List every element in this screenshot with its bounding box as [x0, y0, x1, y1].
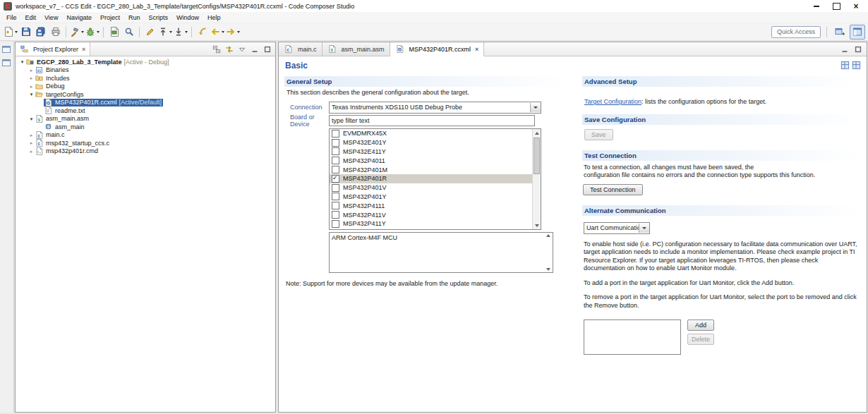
expand-arrow-icon[interactable]: ▸ [28, 74, 35, 83]
scroll-up-icon[interactable] [546, 234, 550, 237]
open-perspective-button[interactable] [833, 25, 847, 39]
collapse-arrow-icon[interactable]: ▾ [19, 58, 25, 66]
device-checkbox[interactable] [332, 211, 339, 219]
dropdown-caret-icon[interactable] [237, 31, 240, 33]
collapse-arrow-icon[interactable]: ▾ [28, 115, 35, 123]
mark-occurrences-button[interactable] [143, 25, 157, 39]
dropdown-caret-icon[interactable] [15, 31, 18, 33]
device-row-msp432e411y[interactable]: MSP432E411Y [330, 147, 533, 157]
delete-port-button[interactable]: Delete [687, 334, 714, 345]
editor-tab-main-c[interactable]: cmain.c [279, 42, 323, 56]
menu-file[interactable]: File [2, 13, 21, 22]
minimize-button[interactable] [807, 1, 826, 11]
collapse-all-button[interactable] [211, 44, 222, 55]
form-grid-icon-1[interactable] [840, 61, 850, 70]
tree-item-binaries[interactable]: ▸01Binaries [16, 66, 275, 75]
tree-item-msp432p401r-ccxml[interactable]: MSP432P401R.ccxml[Active/Default] [16, 99, 275, 107]
form-grid-icon-2[interactable] [852, 61, 861, 70]
save-button[interactable]: Save [584, 129, 613, 140]
device-row-msp432p4011[interactable]: MSP432P4011 [330, 156, 533, 165]
device-row-msp432p411v[interactable]: MSP432P411V [330, 210, 533, 219]
collapse-arrow-icon[interactable]: ▾ [28, 90, 35, 99]
search-button[interactable] [121, 25, 136, 39]
build-button[interactable] [69, 25, 85, 39]
close-view-icon[interactable]: × [82, 46, 85, 53]
maximize-view-button[interactable] [262, 44, 273, 55]
expand-arrow-icon[interactable]: ▸ [28, 131, 35, 140]
chevron-down-icon[interactable] [530, 103, 541, 112]
debug-button[interactable] [85, 25, 100, 39]
device-checkbox[interactable] [332, 175, 339, 183]
maximize-editor-button[interactable] [852, 44, 864, 55]
tree-item-targetconfigs[interactable]: ▾targetConfigs [16, 90, 275, 99]
device-checkbox[interactable] [332, 157, 339, 164]
menu-view[interactable]: View [40, 13, 62, 22]
device-checkbox[interactable] [332, 193, 339, 200]
last-edit-location-button[interactable] [195, 25, 210, 39]
previous-annotation-button[interactable] [157, 25, 173, 39]
device-checkbox[interactable] [332, 147, 339, 155]
link-with-editor-button[interactable] [224, 44, 235, 55]
dropdown-caret-icon[interactable] [169, 31, 172, 33]
dropdown-caret-icon[interactable] [81, 31, 84, 33]
add-port-button[interactable]: Add [687, 319, 714, 331]
close-button[interactable]: × [846, 1, 866, 11]
device-list-scrollbar[interactable] [532, 129, 541, 229]
device-row-msp432p401r[interactable]: MSP432P401R [330, 174, 533, 183]
dropdown-caret-icon[interactable] [222, 31, 224, 33]
minimized-view-icon[interactable] [1, 58, 12, 68]
device-filter-input[interactable] [329, 115, 535, 126]
tree-item-asm-main-asm[interactable]: ▾sasm_main.asm [16, 115, 275, 123]
close-tab-icon[interactable]: × [475, 46, 478, 53]
ccs-edit-perspective-button[interactable] [850, 25, 865, 39]
save-all-button[interactable] [33, 25, 48, 39]
expand-arrow-icon[interactable]: ▸ [28, 83, 35, 91]
back-button[interactable] [210, 25, 225, 39]
dropdown-caret-icon[interactable] [185, 31, 188, 33]
tree-item-includes[interactable]: ▸iIncludes [16, 74, 275, 83]
connection-select[interactable]: Texas Instruments XDS110 USB Debug Probe [329, 102, 541, 114]
next-annotation-button[interactable] [173, 25, 188, 39]
device-checkbox[interactable] [332, 130, 339, 138]
test-connection-button[interactable]: Test Connection [583, 184, 643, 195]
scrollbar-thumb[interactable] [534, 138, 540, 174]
device-row-msp432p401v[interactable]: MSP432P401V [330, 183, 533, 193]
communication-type-select[interactable]: Uart Communication [584, 222, 650, 234]
scroll-down-icon[interactable] [546, 268, 550, 271]
device-checkbox[interactable] [332, 139, 339, 147]
tree-item-egcp-280-lab-3-template[interactable]: ▾EGCP_280_Lab_3_Template[Active - Debug] [16, 58, 275, 66]
tree-item-readme-txt[interactable]: readme.txt [16, 106, 275, 115]
view-menu-button[interactable] [236, 44, 248, 55]
uart-port-list[interactable] [584, 319, 681, 355]
minimized-view-icon[interactable] [1, 44, 12, 55]
menu-project[interactable]: Project [96, 13, 124, 22]
device-row-evmdmrx45x[interactable]: EVMDMRX45X [330, 129, 533, 138]
save-button[interactable] [18, 25, 33, 39]
device-row-msp432p411y[interactable]: MSP432P411Y [330, 219, 533, 229]
project-explorer-tab[interactable]: Project Explorer × [16, 42, 90, 56]
minimize-editor-button[interactable] [839, 44, 850, 55]
device-row-msp432p401y[interactable]: MSP432P401Y [330, 193, 533, 202]
expand-arrow-icon[interactable]: ▸ [28, 147, 35, 156]
print-button[interactable] [48, 25, 63, 39]
device-row-msp432p4111[interactable]: MSP432P4111 [330, 201, 533, 210]
editor-tab-msp432p401r-ccxml[interactable]: MSP432P401R.ccxml× [390, 42, 485, 56]
expand-arrow-icon[interactable]: ▸ [28, 66, 35, 75]
scroll-up-icon[interactable] [533, 129, 541, 137]
new-target-configuration-button[interactable] [107, 25, 121, 39]
tree-item-msp432p401r-cmd[interactable]: ▸msp432p401r.cmd [16, 147, 275, 156]
device-checkbox[interactable] [332, 166, 339, 173]
menu-help[interactable]: Help [203, 13, 225, 22]
scroll-down-icon[interactable] [533, 221, 541, 229]
menu-navigate[interactable]: Navigate [62, 13, 96, 22]
tree-item-msp432-startup-ccs-c[interactable]: ▸cmsp432_startup_ccs.c [16, 139, 275, 147]
target-configuration-link[interactable]: Target Configuration [584, 98, 641, 105]
device-row-msp432e401y[interactable]: MSP432E401Y [330, 138, 533, 147]
new-file-button[interactable] [3, 25, 18, 39]
menu-edit[interactable]: Edit [21, 13, 41, 22]
minimize-view-button[interactable] [249, 44, 260, 55]
tree-item-asm-main[interactable]: Sasm_main [16, 123, 275, 131]
forward-button[interactable] [225, 25, 241, 39]
device-description-box[interactable]: ARM Cortex-M4F MCU [329, 232, 553, 273]
editor-tab-asm-main-asm[interactable]: sasm_main.asm [323, 42, 390, 56]
